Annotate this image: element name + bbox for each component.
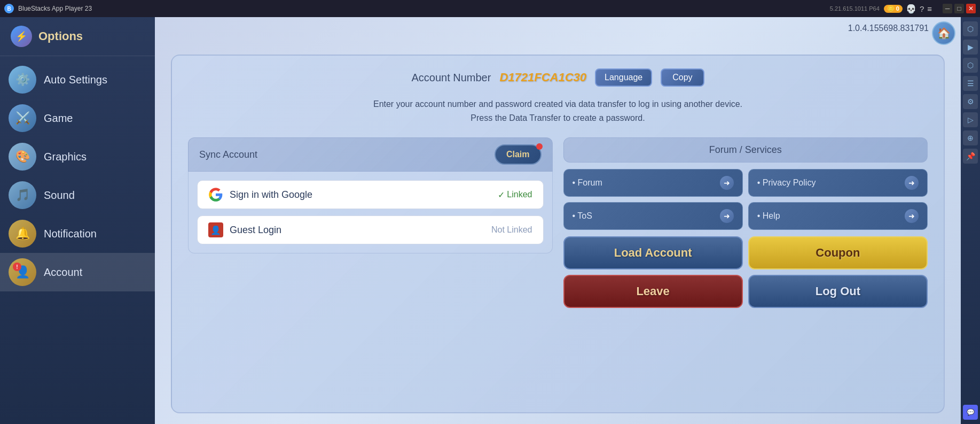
edge-btn-3[interactable]: ⬡ [963, 58, 978, 73]
notification-icon: 🔔 [9, 220, 36, 248]
forum-arrow-icon: ➜ [720, 176, 734, 190]
checkmark-icon: ✓ [498, 190, 505, 200]
minimize-button[interactable]: ─ [943, 4, 952, 13]
right-edge-panel: ⬡ ▶ ⬡ ☰ ⚙ ▷ ⊕ 📌 💬 [961, 17, 980, 424]
account-label: Account [44, 266, 82, 279]
help-icon[interactable]: ? [920, 4, 924, 13]
sidebar-items: ⚙️ Auto Settings ⚔️ Game 🎨 Graphics 🎵 So… [0, 56, 155, 424]
google-icon [208, 187, 223, 202]
sound-label: Sound [44, 189, 75, 202]
two-column-layout: Sync Account Claim [188, 137, 928, 308]
language-button[interactable]: Language [595, 68, 652, 87]
transfer-text: Enter your account number and password c… [188, 97, 928, 125]
sidebar-header: ⚡ Options [0, 17, 155, 56]
linked-label: Linked [507, 190, 532, 199]
copy-button[interactable]: Copy [661, 68, 704, 87]
sync-header: Sync Account Claim [188, 137, 553, 172]
menu-icon[interactable]: ≡ [927, 4, 932, 13]
sidebar-item-notification[interactable]: 🔔 Notification [0, 214, 155, 253]
bullet-forum: • [573, 178, 578, 187]
auto-settings-label: Auto Settings [44, 74, 107, 86]
logout-button[interactable]: Log Out [748, 275, 928, 308]
help-label: • Help [757, 211, 780, 221]
claim-label: Claim [506, 150, 530, 159]
google-signin-button[interactable]: Sign in with Google ✓ Linked [197, 180, 544, 209]
help-button[interactable]: • Help ➜ [748, 202, 928, 230]
graphics-icon: 🎨 [9, 143, 36, 171]
sound-icon: 🎵 [9, 181, 36, 209]
edge-btn-4[interactable]: ☰ [963, 76, 978, 91]
transfer-text-line1: Enter your account number and password c… [188, 97, 928, 111]
edge-btn-8[interactable]: 📌 [963, 149, 978, 164]
version-text: 1.0.4.155698.831791 [848, 24, 929, 33]
account-badge: ! [13, 263, 21, 271]
claim-button[interactable]: Claim [495, 144, 542, 165]
guest-login-left: 👤 Guest Login [208, 222, 281, 237]
edge-btn-6[interactable]: ▷ [963, 112, 978, 127]
sync-account-label: Sync Account [199, 149, 257, 160]
privacy-policy-button[interactable]: • Privacy Policy ➜ [748, 169, 928, 197]
load-account-button[interactable]: Load Account [563, 236, 743, 269]
account-number-label: Account Number [411, 72, 491, 84]
auto-settings-icon: ⚙️ [9, 66, 36, 94]
sidebar: ⚡ Options ⚙️ Auto Settings ⚔️ Game 🎨 Gra… [0, 17, 155, 424]
coin-count: 0 [896, 5, 899, 12]
edge-btn-2[interactable]: ▶ [963, 40, 978, 55]
tos-arrow-icon: ➜ [720, 209, 734, 223]
window-controls: ─ □ ✕ [943, 4, 976, 13]
content-area: 1.0.4.155698.831791 🏠 Account Number D17… [155, 17, 961, 424]
coupon-button[interactable]: Coupon [748, 236, 928, 269]
maximize-button[interactable]: □ [954, 4, 964, 13]
privacy-policy-label: • Privacy Policy [757, 178, 816, 188]
account-panel: Account Number D1721FCA1C30 Language Cop… [171, 55, 945, 413]
bullet-tos: • [573, 211, 578, 220]
forum-btn-label: • Forum [573, 178, 602, 188]
sidebar-item-graphics[interactable]: 🎨 Graphics [0, 137, 155, 176]
game-label: Game [44, 112, 73, 125]
graphics-label: Graphics [44, 151, 87, 163]
coin-icon: 🪙 [887, 5, 895, 12]
coin-badge: 🪙 0 [884, 5, 903, 13]
guest-login-button[interactable]: 👤 Guest Login Not Linked [197, 215, 544, 244]
action-buttons: Load Account Coupon Leave Log Out [563, 236, 928, 308]
app-logo: B [4, 4, 14, 13]
bullet-privacy: • [757, 178, 763, 187]
home-button[interactable]: 🏠 [932, 21, 955, 45]
help-arrow-icon: ➜ [905, 209, 919, 223]
edge-btn-7[interactable]: ⊕ [963, 130, 978, 145]
skull-icon: 💀 [906, 4, 916, 14]
google-signin-left: Sign in with Google [208, 187, 312, 202]
login-area: Sign in with Google ✓ Linked 👤 Guest Log… [188, 172, 553, 253]
account-number-value: D1721FCA1C30 [499, 71, 586, 84]
account-number-row: Account Number D1721FCA1C30 Language Cop… [188, 68, 928, 87]
transfer-text-line2: Press the Data Transfer to create a pass… [188, 111, 928, 125]
app-version: 5.21.615.1011 P64 [830, 5, 880, 12]
guest-linked-status: Not Linked [491, 225, 532, 235]
leave-button[interactable]: Leave [563, 275, 743, 308]
sidebar-item-game[interactable]: ⚔️ Game [0, 99, 155, 137]
privacy-arrow-icon: ➜ [905, 176, 919, 190]
tos-button[interactable]: • ToS ➜ [563, 202, 743, 230]
app-name: BlueStacks App Player 23 [18, 5, 826, 12]
forum-column: Forum / Services • Forum ➜ • Privacy Pol… [563, 137, 928, 308]
notification-label: Notification [44, 228, 97, 240]
guest-icon: 👤 [208, 222, 223, 237]
edge-btn-5[interactable]: ⚙ [963, 94, 978, 109]
bullet-help: • [757, 211, 763, 220]
forum-button[interactable]: • Forum ➜ [563, 169, 743, 197]
guest-login-text: Guest Login [230, 225, 281, 236]
sidebar-item-auto-settings[interactable]: ⚙️ Auto Settings [0, 60, 155, 99]
close-button[interactable]: ✕ [966, 4, 976, 13]
discord-button[interactable]: 💬 [963, 405, 978, 420]
google-linked-status: ✓ Linked [498, 190, 532, 200]
edge-btn-1[interactable]: ⬡ [963, 21, 978, 36]
google-signin-text: Sign in with Google [230, 189, 312, 201]
sidebar-item-account[interactable]: 👤 ! Account [0, 253, 155, 291]
title-bar: B BlueStacks App Player 23 5.21.615.1011… [0, 0, 980, 17]
sidebar-item-sound[interactable]: 🎵 Sound [0, 176, 155, 214]
account-icon: 👤 ! [9, 258, 36, 286]
sidebar-title: Options [38, 29, 83, 43]
claim-notification-dot [536, 143, 543, 150]
title-bar-icons: 🪙 0 💀 ? ≡ [884, 4, 932, 14]
main-container: ⚡ Options ⚙️ Auto Settings ⚔️ Game 🎨 Gra… [0, 17, 980, 424]
